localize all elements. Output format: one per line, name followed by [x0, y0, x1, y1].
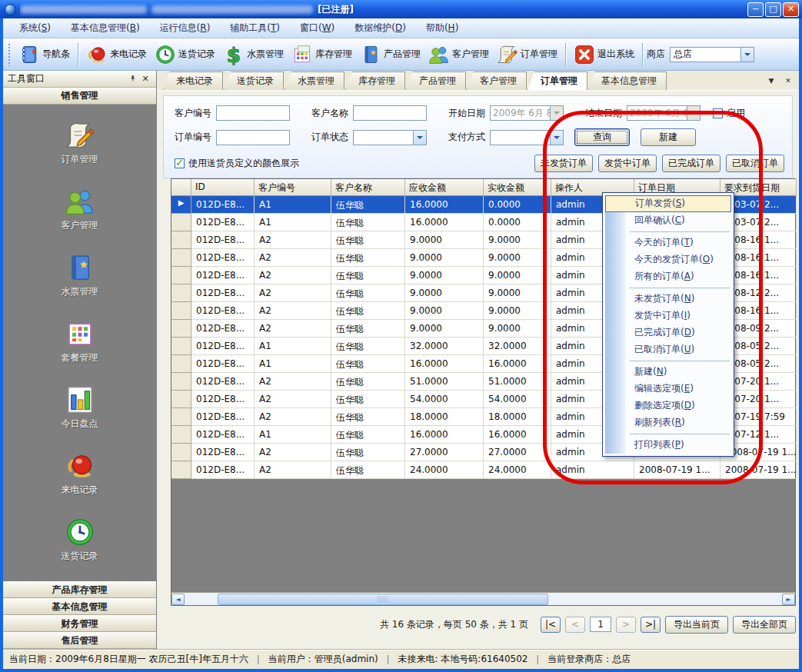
table-cell[interactable]: 2008-07-19 1...	[634, 461, 720, 479]
table-cell[interactable]: 54.0000	[405, 391, 484, 408]
toolbar-button[interactable]: 来电记录	[82, 42, 151, 68]
toolbar-button[interactable]: 库存管理	[288, 42, 356, 68]
nav-bar-button[interactable]: 导航条	[15, 42, 74, 68]
menubar-item[interactable]: 辅助工具(T)	[220, 18, 290, 38]
table-cell[interactable]: 伍华聪	[331, 426, 405, 444]
table-cell[interactable]: 012D-E8...	[191, 338, 255, 355]
table-cell[interactable]: 伍华聪	[331, 355, 405, 373]
table-cell[interactable]: 9.0000	[405, 302, 484, 320]
close-icon[interactable]: ✕	[782, 76, 794, 87]
context-menu-item[interactable]: 所有的订单(A)	[605, 268, 731, 285]
context-menu-item[interactable]: 删除选定项(D)	[605, 398, 731, 414]
scroll-left-icon[interactable]: ◄	[171, 594, 185, 605]
table-cell[interactable]: 012D-E8...	[191, 249, 255, 267]
scrollbar-thumb[interactable]	[218, 594, 548, 605]
context-menu-item[interactable]: 未发货订单(N)	[605, 291, 731, 308]
table-cell[interactable]: 012D-E8...	[191, 231, 255, 249]
table-cell[interactable]: A2	[255, 373, 331, 391]
sidebar-item[interactable]: 送货记录	[3, 517, 156, 563]
context-menu-item[interactable]: 已完成订单(D)	[605, 324, 731, 341]
table-cell[interactable]: A1	[255, 338, 331, 355]
query-button[interactable]: 查询	[574, 128, 630, 146]
table-cell[interactable]: 9.0000	[484, 302, 551, 320]
table-cell[interactable]: 伍华聪	[331, 267, 405, 284]
order-no-input[interactable]	[216, 130, 290, 145]
table-cell[interactable]: 伍华聪	[331, 284, 405, 302]
table-cell[interactable]: 24.0000	[484, 461, 551, 479]
shop-combobox[interactable]: 总店	[670, 47, 754, 62]
table-cell[interactable]: 0.0000	[484, 214, 551, 231]
table-cell[interactable]: admin	[551, 461, 634, 479]
table-cell[interactable]: 伍华聪	[331, 338, 405, 355]
table-cell[interactable]: A2	[255, 461, 331, 479]
toolbar-button[interactable]: 送货记录	[151, 42, 219, 68]
table-cell[interactable]: A1	[255, 426, 331, 444]
table-cell[interactable]: 伍华聪	[331, 231, 405, 249]
chevron-down-icon[interactable]: ▼	[765, 76, 777, 87]
grid-column-header[interactable]: 客户名称	[331, 179, 405, 196]
toolbar-button[interactable]: 产品管理	[356, 42, 424, 68]
table-cell[interactable]: 012D-E8...	[191, 320, 255, 338]
table-cell[interactable]: 16.0000	[484, 426, 551, 444]
table-cell[interactable]: A1	[255, 214, 331, 231]
table-cell[interactable]: 9.0000	[405, 320, 484, 338]
close-button[interactable]: ✕	[783, 2, 799, 17]
table-cell[interactable]: 伍华聪	[331, 391, 405, 408]
context-menu-item[interactable]: 发货中订单(I)	[605, 308, 731, 324]
table-cell[interactable]: A2	[255, 444, 331, 461]
new-button[interactable]: 新建	[641, 128, 696, 146]
toolbar-button[interactable]: 订单管理	[493, 42, 561, 68]
toolbar-grip-handle[interactable]	[8, 43, 12, 66]
table-cell[interactable]: 18.0000	[405, 408, 484, 426]
table-cell[interactable]: 012D-E8...	[191, 444, 255, 461]
customer-name-input[interactable]	[353, 105, 427, 121]
table-cell[interactable]: 16.0000	[484, 355, 551, 373]
menubar-item[interactable]: 基本信息管理(B)	[61, 18, 150, 38]
table-cell[interactable]: 012D-E8...	[191, 461, 255, 479]
pin-icon[interactable]: 🖈	[127, 73, 139, 85]
maximize-button[interactable]: □	[765, 2, 781, 17]
table-cell[interactable]: 2008-07-19 1...	[720, 461, 797, 479]
table-cell[interactable]: 9.0000	[484, 231, 551, 249]
table-cell[interactable]: 9.0000	[405, 231, 484, 249]
table-cell[interactable]: 伍华聪	[331, 408, 405, 426]
tab[interactable]: 产品管理	[406, 72, 466, 90]
context-menu-item[interactable]: 已取消订单(U)	[605, 341, 731, 358]
table-cell[interactable]: 9.0000	[484, 320, 551, 338]
customer-no-input[interactable]	[216, 105, 290, 121]
table-cell[interactable]: 32.0000	[484, 338, 551, 355]
sidebar-item[interactable]: 订单管理	[3, 120, 156, 166]
order-status-filter-button[interactable]: 已完成订单	[662, 155, 720, 172]
order-status-filter-button[interactable]: 已取消订单	[726, 155, 784, 172]
table-cell[interactable]: A2	[255, 267, 331, 284]
menubar-item[interactable]: 窗口(W)	[290, 18, 344, 38]
table-cell[interactable]: 012D-E8...	[191, 408, 255, 426]
table-cell[interactable]: 012D-E8...	[191, 302, 255, 320]
minimize-button[interactable]: ─	[747, 2, 764, 17]
table-cell[interactable]: 0.0000	[484, 196, 551, 214]
export-current-page-button[interactable]: 导出当前页	[665, 616, 728, 634]
table-cell[interactable]: 16.0000	[405, 214, 484, 231]
menubar-item[interactable]: 帮助(H)	[416, 18, 468, 38]
horizontal-scrollbar[interactable]: ◄ ►	[171, 592, 795, 605]
table-cell[interactable]: 012D-E8...	[191, 373, 255, 391]
close-icon[interactable]: ✕	[139, 73, 151, 85]
table-cell[interactable]: 012D-E8...	[191, 355, 255, 373]
exit-system-button[interactable]: 退出系统	[570, 42, 638, 68]
table-cell[interactable]: 27.0000	[405, 444, 484, 461]
tab[interactable]: 基本信息管理	[588, 72, 667, 90]
table-cell[interactable]: 51.0000	[405, 373, 484, 391]
payment-select[interactable]	[490, 130, 564, 145]
sidebar-item[interactable]: 今日盘点	[3, 384, 156, 431]
table-cell[interactable]: 伍华聪	[331, 214, 405, 231]
sidebar-group-header[interactable]: 财务管理	[3, 615, 156, 632]
scroll-right-icon[interactable]: ►	[782, 594, 795, 605]
export-all-pages-button[interactable]: 导出全部页	[733, 616, 796, 634]
end-date-picker[interactable]: 2009年 6月 8日	[627, 105, 701, 121]
table-cell[interactable]: 16.0000	[405, 355, 484, 373]
table-cell[interactable]: 18.0000	[484, 408, 551, 426]
table-cell[interactable]: A1	[255, 196, 331, 214]
order-status-filter-button[interactable]: 发货中订单	[598, 155, 657, 172]
table-cell[interactable]: 012D-E8...	[191, 214, 255, 231]
table-cell[interactable]: 9.0000	[405, 249, 484, 267]
